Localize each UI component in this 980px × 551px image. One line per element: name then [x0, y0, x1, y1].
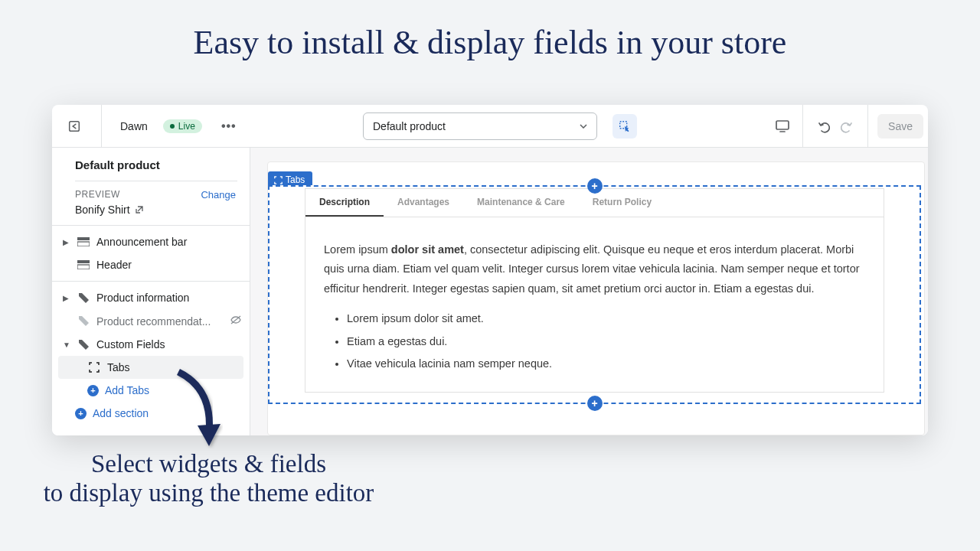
list-item: Vitae vehicula lacinia nam semper neque.	[347, 354, 865, 373]
sidebar-item-label: Product information	[96, 292, 189, 304]
plus-circle-icon: +	[75, 408, 87, 419]
add-section-label: Add section	[93, 407, 149, 419]
svg-rect-6	[77, 265, 90, 269]
sidebar-item-label: Custom Fields	[96, 338, 165, 350]
add-section-link[interactable]: + Add section	[52, 402, 250, 425]
topbar: Dawn Live ••• Default product Save	[52, 105, 928, 148]
preview-item[interactable]: Bonify Shirt	[52, 202, 250, 225]
preview-label: PREVIEW	[75, 189, 120, 201]
topbar-left: Dawn Live •••	[61, 105, 240, 148]
template-select-value: Default product	[373, 120, 446, 132]
sidebar: Default product PREVIEW Change Bonify Sh…	[52, 148, 250, 435]
tab-maintenance[interactable]: Maintenance & Care	[463, 189, 579, 217]
add-before-button[interactable]: +	[587, 178, 603, 194]
body-bold: dolor sit amet	[391, 243, 464, 256]
body-text: Lorem ipsum	[324, 243, 391, 256]
fullscreen-icon	[274, 176, 283, 184]
tabs-widget: Description Advantages Maintenance & Car…	[305, 188, 884, 393]
add-tabs-link[interactable]: + Add Tabs	[52, 379, 250, 402]
svg-rect-2	[776, 121, 789, 129]
theme-name: Dawn	[120, 120, 148, 132]
list-item: Lorem ipsum dolor sit amet.	[347, 309, 865, 328]
live-badge: Live	[163, 119, 202, 133]
caret-right-icon: ▶	[63, 238, 70, 246]
preview-row: PREVIEW Change	[52, 189, 250, 202]
sidebar-child-label: Tabs	[107, 361, 130, 373]
inspector-icon	[618, 119, 632, 133]
canvas-inner: Tabs + + Description Advantages Maintena…	[267, 161, 925, 435]
editor-body: Default product PREVIEW Change Bonify Sh…	[52, 148, 928, 435]
caret-down-icon: ▼	[63, 341, 70, 349]
tag-icon	[77, 292, 90, 303]
annotation-caption: Select widgets & fields to display using…	[31, 450, 387, 508]
more-button[interactable]: •••	[217, 119, 240, 133]
tag-icon	[77, 316, 90, 327]
svg-rect-5	[77, 260, 90, 263]
exit-icon	[67, 119, 81, 133]
sidebar-item-label: Header	[96, 259, 132, 271]
divider	[75, 181, 237, 181]
sidebar-item-custom-fields[interactable]: ▼ Custom Fields	[52, 333, 250, 356]
hidden-icon	[230, 315, 242, 328]
divider	[101, 105, 102, 148]
section-icon	[77, 236, 90, 247]
section-icon	[77, 259, 90, 270]
template-select[interactable]: Default product	[363, 112, 597, 140]
divider	[52, 225, 250, 226]
sidebar-item-product-information[interactable]: ▶ Product information	[52, 286, 250, 309]
tab-body: Lorem ipsum dolor sit amet, consectetur …	[305, 217, 884, 392]
caret-down-icon	[580, 124, 587, 129]
divider	[802, 105, 803, 148]
tab-description[interactable]: Description	[305, 189, 384, 217]
sidebar-item-label: Product recommendat...	[96, 315, 211, 328]
tag-icon	[77, 339, 90, 350]
sidebar-item-product-recommendations[interactable]: Product recommendat...	[52, 309, 250, 333]
undo-redo-group	[808, 119, 863, 134]
preview-item-name: Bonify Shirt	[75, 204, 130, 216]
add-after-button[interactable]: +	[587, 396, 603, 411]
tab-paragraph: Lorem ipsum dolor sit amet, consectetur …	[324, 240, 865, 298]
fullscreen-icon	[87, 362, 101, 373]
svg-rect-4	[77, 242, 90, 246]
viewport-button[interactable]	[767, 119, 798, 133]
divider	[867, 105, 868, 148]
sidebar-item-announcement-bar[interactable]: ▶ Announcement bar	[52, 230, 250, 253]
theme-editor: Dawn Live ••• Default product Save Defau	[52, 105, 928, 435]
caret-right-icon: ▶	[63, 294, 70, 302]
svg-rect-0	[70, 121, 80, 131]
topbar-right: Save	[767, 105, 928, 147]
sidebar-item-label: Announcement bar	[96, 236, 187, 248]
svg-rect-3	[77, 237, 90, 240]
divider	[52, 281, 250, 282]
sidebar-title: Default product	[52, 158, 250, 181]
save-button[interactable]: Save	[877, 114, 923, 139]
plus-circle-icon: +	[87, 385, 99, 396]
sidebar-child-tabs[interactable]: Tabs	[58, 356, 243, 379]
tab-advantages[interactable]: Advantages	[384, 189, 463, 217]
preview-canvas: Tabs + + Description Advantages Maintena…	[250, 148, 928, 435]
redo-icon[interactable]	[838, 119, 854, 134]
inspector-button[interactable]	[612, 114, 637, 139]
sidebar-item-header[interactable]: Header	[52, 253, 250, 276]
add-tabs-label: Add Tabs	[105, 384, 149, 396]
block-label-text: Tabs	[286, 174, 305, 185]
live-dot-icon	[170, 124, 175, 129]
desktop-icon	[775, 119, 790, 133]
caption-line1: Select widgets & fields	[31, 450, 387, 479]
undo-icon[interactable]	[817, 119, 832, 134]
live-label: Live	[178, 121, 195, 132]
selected-block[interactable]: + + Description Advantages Maintenance &…	[268, 185, 921, 404]
page-headline: Easy to install & display fields in your…	[0, 0, 980, 62]
list-item: Etiam a egestas dui.	[347, 332, 865, 351]
caption-line2: to display using the theme editor	[31, 479, 387, 508]
exit-button[interactable]	[61, 113, 87, 139]
external-link-icon	[135, 205, 144, 214]
change-link[interactable]: Change	[201, 189, 236, 201]
bullet-list: Lorem ipsum dolor sit amet. Etiam a eges…	[324, 309, 865, 373]
